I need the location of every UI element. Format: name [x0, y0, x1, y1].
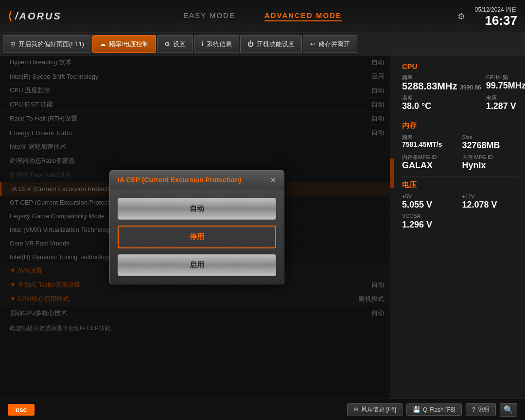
cpu-volt-value: 1.287 V	[486, 101, 525, 112]
logo-icon: ⟨	[8, 10, 12, 23]
mem-freq-value: 7581.45MT/s	[402, 140, 457, 149]
power-button[interactable]: ⏻ 开机功能设置	[240, 35, 302, 53]
v12-label: +12V	[462, 193, 518, 200]
popup-overlay: IA CEP (Current Excursion Protection) ✕ …	[0, 55, 394, 399]
time-display: 16:37	[475, 14, 517, 27]
settings-icon: ⚙	[164, 40, 170, 48]
v5-label: +5V	[402, 193, 457, 200]
footer-right: ❄ 风扇信息 [F6] 💾 Q-Flash [F8] ? 说明 🔍	[347, 403, 517, 417]
help-button[interactable]: ? 说明	[466, 403, 496, 416]
cpu-freq-label: 频率	[402, 74, 481, 81]
mem-mfg1-value: GALAX	[402, 160, 457, 171]
popup-option-1[interactable]: 停用	[118, 226, 276, 248]
favorites-icon: ⊞	[10, 40, 16, 48]
mem-mfg2-label: 内存 MFG ID	[462, 154, 518, 160]
freq-icon: ☁	[100, 40, 106, 48]
main-content: Hyper-Threading 技术自动Intel(R) Speed Shift…	[0, 55, 525, 399]
gear-icon[interactable]: ⚙	[457, 11, 465, 22]
fan-info-button[interactable]: ❄ 风扇信息 [F6]	[347, 403, 402, 416]
footer-left: esc	[8, 404, 35, 416]
vccsa-item: VCCSA 1.296 V	[402, 213, 457, 230]
mem-info-grid: 频率 7581.45MT/s Size 32768MB 内存条MFG ID GA…	[402, 134, 517, 171]
footer: esc ❄ 风扇信息 [F6] 💾 Q-Flash [F8] ? 说明 🔍	[0, 399, 525, 420]
fan-info-label: 风扇信息 [F6]	[361, 405, 396, 414]
popup-header: IA CEP (Current Excursion Protection) ✕	[110, 171, 284, 190]
header: ⟨ /AORUS EASY MODE ADVANCED MODE ⚙ 05/12…	[0, 0, 525, 33]
help-label: 说明	[478, 405, 490, 414]
mem-freq-label: 频率	[402, 134, 457, 140]
mem-freq-item: 频率 7581.45MT/s	[402, 134, 457, 151]
popup-dialog: IA CEP (Current Excursion Protection) ✕ …	[109, 170, 284, 284]
easy-mode-tab[interactable]: EASY MODE	[183, 11, 235, 21]
settings-panel: Hyper-Threading 技术自动Intel(R) Speed Shift…	[0, 55, 394, 399]
cpu-temp-value: 38.0 °C	[402, 101, 481, 112]
navbar: ⊞ 开启我的偏好页面(F11) ☁ 频率/电压控制 ⚙ 设置 ℹ 系统信息 ⏻ …	[0, 33, 525, 55]
search-icon: 🔍	[504, 405, 513, 414]
cpu-ext-label: CPU外频	[486, 74, 525, 81]
mem-mfg2-value: Hynix	[462, 160, 518, 171]
info-panel: CPU 频率 5288.83MHz 3990.86 CPU外频 99.75MHz…	[394, 55, 525, 399]
fan-icon: ❄	[353, 406, 359, 413]
v12-value: 12.078 V	[462, 200, 518, 210]
freq-label: 频率/电压控制	[109, 40, 149, 49]
cpu-volt-item: 电压 1.287 V	[486, 95, 525, 112]
mem-section-title: 内存	[402, 121, 517, 130]
cpu-volt-label: 电压	[486, 95, 525, 101]
mem-size-label: Size	[462, 134, 518, 140]
popup-options: 自动停用启用	[110, 190, 284, 284]
save-icon: ↩	[310, 40, 315, 48]
divider-2	[402, 176, 517, 176]
qflash-label: Q-Flash [F8]	[423, 406, 455, 413]
sysinfo-button[interactable]: ℹ 系统信息	[194, 35, 239, 53]
sysinfo-label: 系统信息	[207, 40, 232, 49]
save-button[interactable]: ↩ 储存并离开	[303, 35, 357, 53]
settings-button[interactable]: ⚙ 设置	[157, 35, 193, 53]
v5-item: +5V 5.055 V	[402, 193, 457, 210]
logo-text: /AORUS	[15, 11, 62, 22]
popup-title: IA CEP (Current Excursion Protection)	[118, 176, 241, 184]
divider-1	[402, 117, 517, 117]
mem-size-item: Size 32768MB	[462, 134, 518, 151]
cpu-freq-row: 5288.83MHz 3990.86	[402, 81, 481, 92]
vccsa-value: 1.296 V	[402, 220, 457, 230]
favorites-label: 开启我的偏好页面(F11)	[18, 40, 84, 49]
volt-info-grid: +5V 5.055 V +12V 12.078 V VCCSA 1.296 V	[402, 193, 517, 230]
freq-button[interactable]: ☁ 频率/电压控制	[92, 35, 156, 53]
cpu-info-grid: 频率 5288.83MHz 3990.86 CPU外频 99.75MHz 温度 …	[402, 74, 517, 112]
power-icon: ⏻	[247, 40, 254, 48]
power-label: 开机功能设置	[257, 40, 295, 49]
cpu-ext-value: 99.75MHz	[486, 81, 525, 91]
mem-size-value: 32768MB	[462, 140, 518, 151]
cpu-freq-item: 频率 5288.83MHz 3990.86	[402, 74, 481, 92]
search-button[interactable]: 🔍	[500, 403, 517, 417]
cpu-freq-value: 5288.83MHz	[402, 81, 457, 92]
mem-mfg1-item: 内存条MFG ID GALAX	[402, 154, 457, 171]
sysinfo-icon: ℹ	[201, 40, 204, 48]
mode-switcher: EASY MODE ADVANCED MODE	[183, 11, 342, 21]
popup-close-button[interactable]: ✕	[270, 175, 276, 185]
favorites-button[interactable]: ⊞ 开启我的偏好页面(F11)	[3, 35, 91, 53]
mem-mfg1-label: 内存条MFG ID	[402, 154, 457, 160]
mem-mfg2-item: 内存 MFG ID Hynix	[462, 154, 518, 171]
volt-section-title: 电压	[402, 180, 517, 190]
help-icon: ?	[472, 406, 475, 413]
settings-label: 设置	[173, 40, 186, 49]
popup-option-0[interactable]: 自动	[118, 198, 276, 220]
logo: ⟨ /AORUS	[8, 10, 62, 23]
header-right: ⚙ 05/12/2024 周日 16:37	[457, 6, 517, 27]
datetime: 05/12/2024 周日 16:37	[475, 6, 517, 27]
advanced-mode-tab[interactable]: ADVANCED MODE	[264, 11, 342, 21]
cpu-temp-item: 温度 38.0 °C	[402, 95, 481, 112]
qflash-icon: 💾	[413, 406, 420, 413]
cpu-freq-sub: 3990.86	[460, 84, 481, 91]
v5-value: 5.055 V	[402, 200, 457, 210]
cpu-ext-item: CPU外频 99.75MHz	[486, 74, 525, 92]
v12-item: +12V 12.078 V	[462, 193, 518, 210]
cpu-temp-label: 温度	[402, 95, 481, 101]
popup-option-2[interactable]: 启用	[118, 254, 276, 276]
qflash-button[interactable]: 💾 Q-Flash [F8]	[406, 403, 462, 416]
save-label: 储存并离开	[318, 40, 350, 49]
esc-button[interactable]: esc	[8, 404, 35, 416]
cpu-section-title: CPU	[402, 62, 517, 70]
vccsa-label: VCCSA	[402, 213, 457, 219]
